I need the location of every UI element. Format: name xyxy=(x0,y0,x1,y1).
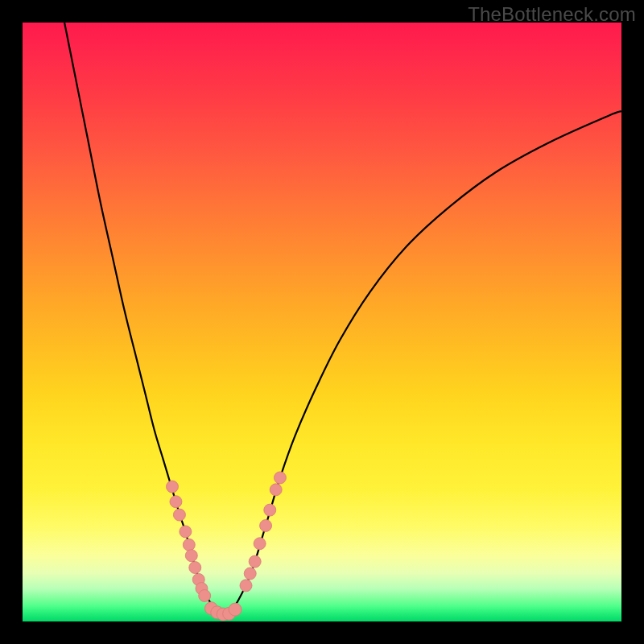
data-marker xyxy=(240,580,252,592)
watermark-text: TheBottleneck.com xyxy=(468,3,636,26)
data-marker xyxy=(173,509,185,521)
data-marker xyxy=(180,526,192,538)
data-marker xyxy=(170,496,182,508)
data-marker xyxy=(274,472,286,484)
data-marker xyxy=(249,555,261,568)
left-curve xyxy=(64,23,223,614)
data-marker xyxy=(244,568,256,580)
right-curve xyxy=(229,111,621,614)
data-marker xyxy=(167,481,179,493)
chart-svg xyxy=(23,23,621,621)
data-marker xyxy=(254,538,266,550)
data-marker xyxy=(185,550,197,562)
data-marker xyxy=(260,519,272,531)
data-marker xyxy=(270,484,282,496)
data-marker xyxy=(264,504,276,516)
data-marker xyxy=(229,603,242,616)
plot-area xyxy=(23,23,621,621)
data-marker xyxy=(199,590,211,602)
data-marker xyxy=(189,562,201,574)
chart-frame: TheBottleneck.com xyxy=(0,0,644,644)
data-marker xyxy=(183,539,195,551)
data-markers xyxy=(167,472,287,621)
